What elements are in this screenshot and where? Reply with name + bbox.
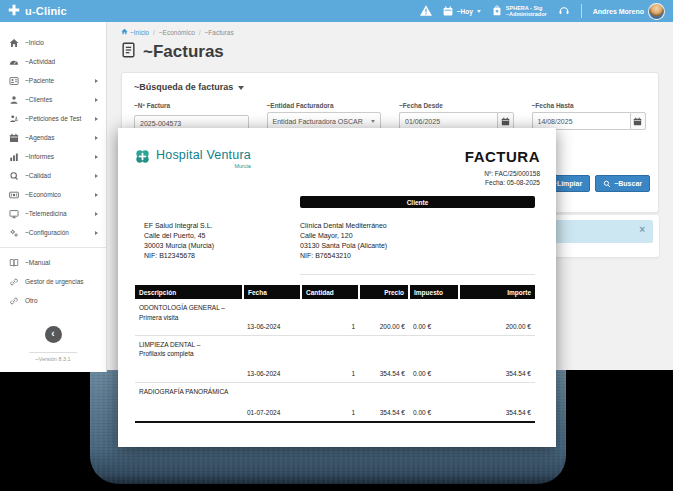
search-icon: [603, 180, 611, 188]
today-label: ~Hoy: [457, 8, 473, 15]
alert-close-button[interactable]: ×: [639, 225, 645, 235]
field-label: ~Fecha Desde: [399, 102, 514, 109]
patient-card-icon: [8, 76, 19, 86]
sidebar-item-configuracion[interactable]: ~Configuración: [0, 223, 106, 242]
chevron-down-icon: [238, 86, 244, 90]
chevron-right-icon: [95, 79, 98, 83]
sidebar-item-label: ~Paciente: [25, 77, 54, 84]
sidebar-item-inicio[interactable]: ~Inicio: [0, 33, 106, 52]
breadcrumb-economico[interactable]: ~Económico: [159, 29, 195, 36]
bar-chart-icon: [8, 152, 19, 162]
person-icon: [8, 95, 19, 105]
sidebar-item-label: ~Inicio: [25, 39, 44, 46]
calendar-icon: [443, 2, 453, 20]
invoice-title-block: FACTURA Nº: FAC/25/000158 Fecha: 05-08-2…: [465, 148, 540, 187]
headset-icon[interactable]: [558, 2, 570, 20]
today-dropdown[interactable]: ~Hoy: [443, 2, 481, 20]
chevron-right-icon: [95, 155, 98, 159]
sidebar-item-label: ~Telemedicina: [25, 210, 67, 217]
breadcrumb-home-link[interactable]: ~Inicio: [121, 28, 149, 36]
topbar-divider: [581, 4, 582, 18]
client-section-header: Cliente: [300, 196, 535, 208]
select-value: Entidad Facturadora OSCAR: [273, 118, 363, 125]
field-label: ~Nº Factura: [134, 102, 249, 109]
sidebar-item-peticiones-de-test[interactable]: ~Peticiones de Test: [0, 109, 106, 128]
user-name: Andres Moreno: [593, 8, 644, 15]
field-label: ~Entidad Facturadora: [267, 102, 382, 109]
invoice-document-icon: [121, 42, 136, 62]
search-panel-header[interactable]: ~Búsqueda de facturas: [122, 73, 658, 98]
issuer-line: NIF: B12345678: [144, 251, 300, 261]
sidebar-item-gestor-urgencias[interactable]: Gestor de urgencias: [0, 272, 106, 291]
clear-button-label: ~Limpiar: [553, 180, 582, 187]
line-precio: 200.00 €: [359, 299, 409, 335]
breadcrumb-home-label: ~Inicio: [130, 29, 149, 36]
invoice-lines-table: Descripción Fecha Cantidad Precio Impues…: [135, 285, 535, 423]
collapse-sidebar-button[interactable]: ‹: [45, 326, 62, 343]
sidebar-item-label: ~Informes: [25, 153, 54, 160]
organization-label: SPHERA - Stg ~Administrador: [506, 5, 547, 18]
user-menu[interactable]: Andres Moreno: [593, 3, 665, 20]
sidebar-item-label: Otro: [25, 297, 38, 304]
invoice-doc-type: FACTURA: [465, 148, 540, 165]
search-button-label: ~Buscar: [614, 180, 642, 187]
chevron-right-icon: [95, 212, 98, 216]
org-line2: ~Administrador: [506, 11, 547, 17]
breadcrumb-separator: /: [199, 29, 201, 36]
sidebar-item-telemedicina[interactable]: ~Telemedicina: [0, 204, 106, 223]
clinic-city: Murcia: [156, 163, 251, 169]
search-panel-title: ~Búsqueda de facturas: [134, 82, 233, 92]
money-icon: [8, 190, 19, 200]
client-line: 03130 Santa Pola (Alicante): [300, 241, 540, 251]
breadcrumb-facturas: ~Facturas: [205, 29, 234, 36]
clinic-name: Hospital Ventura: [156, 148, 251, 162]
sidebar-item-calidad[interactable]: ~Calidad: [0, 166, 106, 185]
line-fecha: 01-07-2024: [243, 382, 301, 422]
warning-triangle-icon[interactable]: [420, 2, 432, 20]
sidebar-item-agendas[interactable]: ~Agendas: [0, 128, 106, 147]
sidebar-item-economico[interactable]: ~Económico: [0, 185, 106, 204]
invoice-number: Nº: FAC/25/000158: [465, 169, 540, 178]
client-line: Clínica Dental Mediterráneo: [300, 221, 540, 231]
line-impuesto: 0.00 €: [409, 335, 459, 382]
topbar-right: ~Hoy SPHERA - Stg ~Administrador Andres …: [420, 2, 673, 20]
activity-gauge-icon: [8, 57, 19, 67]
line-importe: 200.00 €: [459, 299, 535, 335]
brand[interactable]: u-Clinic: [0, 2, 67, 20]
client-address: Clínica Dental Mediterráneo Calle Mayor,…: [300, 221, 540, 261]
line-desc: RADIOGRAFÍA PANORÁMICA: [139, 388, 228, 395]
invoice-preview-modal: Hospital Ventura Murcia FACTURA Nº: FAC/…: [118, 128, 556, 447]
medical-cross-icon: [8, 2, 20, 20]
sidebar-item-label: ~Económico: [25, 191, 61, 198]
sidebar-item-paciente[interactable]: ~Paciente: [0, 71, 106, 90]
sidebar-item-manual[interactable]: ~Manual: [0, 253, 106, 272]
quality-icon: [8, 171, 19, 181]
page-title: ~Facturas: [143, 42, 224, 62]
line-desc2: Primera visita: [139, 314, 178, 321]
invoice-date: Fecha: 05-08-2025: [465, 178, 540, 187]
gear-icon: [8, 228, 19, 238]
sidebar-item-label: ~Agendas: [25, 134, 54, 141]
client-divider: [300, 274, 535, 275]
fecha-hasta-calendar-button[interactable]: [630, 112, 646, 130]
avatar: [648, 3, 665, 20]
col-precio: Precio: [359, 285, 409, 299]
sidebar-item-otro[interactable]: Otro: [0, 291, 106, 310]
sidebar-item-clientes[interactable]: ~Clientes: [0, 90, 106, 109]
issuer-address: EF Salud Integral S.L. Calle del Puerto,…: [134, 221, 300, 261]
version-label: ~Versión 8.3.1: [29, 352, 76, 362]
sidebar-item-actividad[interactable]: ~Actividad: [0, 52, 106, 71]
table-row: ODONTOLOGÍA GENERAL –Primera visita 13-0…: [135, 299, 535, 335]
sidebar-divider: [0, 247, 106, 248]
sidebar: ~Inicio ~Actividad ~Paciente ~Clientes ~…: [0, 22, 107, 372]
search-button[interactable]: ~Buscar: [595, 175, 650, 192]
sidebar-item-label: ~Clientes: [25, 96, 52, 103]
topbar: u-Clinic ~Hoy SPHERA - Stg ~Administrado…: [0, 0, 673, 22]
organization-selector[interactable]: SPHERA - Stg ~Administrador: [492, 2, 547, 20]
line-cantidad: 1: [301, 335, 359, 382]
table-header-row: Descripción Fecha Cantidad Precio Impues…: [135, 285, 535, 299]
sidebar-item-informes[interactable]: ~Informes: [0, 147, 106, 166]
breadcrumb-separator: /: [153, 29, 155, 36]
chevron-right-icon: [95, 136, 98, 140]
app-root: u-Clinic ~Hoy SPHERA - Stg ~Administrado…: [0, 0, 673, 491]
